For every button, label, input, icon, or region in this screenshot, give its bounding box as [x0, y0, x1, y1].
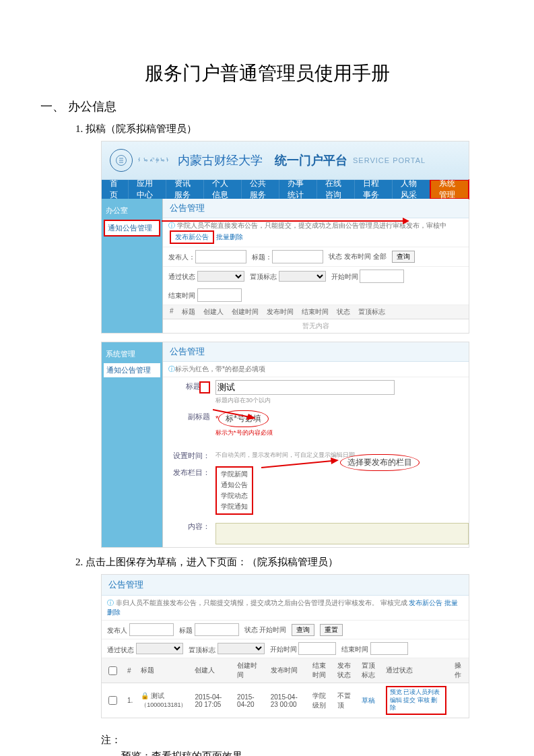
- result-table: # 标题 创建人 创建时间 发布时间 结束时间 发布状态 置顶标志 通过状态 操…: [102, 658, 469, 718]
- sidebar-announce-manage-2[interactable]: 通知公告管理: [104, 363, 160, 377]
- nav-consult[interactable]: 在线咨询: [317, 180, 355, 199]
- row-operations[interactable]: 预览 已读人员列表 编辑 提交 审核 删除: [386, 686, 446, 715]
- filter-row-1: 发布人： 标题： 状态 发布时间 全部 查询: [163, 247, 469, 267]
- publish-new-button[interactable]: 发布新公告: [170, 230, 214, 244]
- form-panel-title: 公告管理: [163, 342, 469, 362]
- title-input[interactable]: [272, 250, 323, 263]
- nav-home[interactable]: 首页: [102, 180, 129, 199]
- section-heading: 一、 办公信息: [40, 98, 494, 115]
- label-subtitle: 副标题: [163, 410, 215, 422]
- panel3-hint: ⓘ 非归人员不能直接发布公告，只能提交填报，提交成功之后由公告管理员进行审核发布…: [102, 596, 469, 621]
- label-title: 标题: [163, 380, 215, 393]
- doc-title: 服务门户普通管理员使用手册: [40, 61, 494, 86]
- status-select[interactable]: [197, 271, 244, 282]
- list-item-1: 1. 拟稿（院系拟稿管理员）: [75, 123, 494, 135]
- filter-row-2: 通过状态 置顶标志 开始时间 结束时间: [163, 267, 469, 305]
- f3-end[interactable]: [370, 642, 408, 655]
- university-name: 内蒙古财经大学: [178, 152, 263, 168]
- callout-required: 标*号必填: [218, 410, 269, 427]
- query3-button[interactable]: 查询: [292, 624, 314, 636]
- table-row: 1. 🔒 测试（1000013181） 2015-04-20 17:05 201…: [102, 683, 469, 718]
- column-options[interactable]: 学院新闻 通知公告 学院动态 学院通知: [215, 466, 253, 515]
- publish3-link[interactable]: 发布新公告: [409, 599, 442, 606]
- top-select[interactable]: [279, 271, 326, 282]
- portal-banner: ᠮᠣᠩᠭᠣᠯ 内蒙古财经大学 统一门户平台 SERVICE PORTAL: [102, 141, 469, 180]
- screenshot-3: 公告管理 ⓘ 非归人员不能直接发布公告，只能提交填报，提交成功之后由公告管理员进…: [101, 574, 469, 718]
- panel-title: 公告管理: [163, 199, 469, 218]
- row-checkbox[interactable]: [108, 696, 117, 705]
- callout-column: 选择要发布的栏目: [340, 454, 420, 471]
- sidebar-2: 系统管理 通知公告管理: [102, 342, 162, 547]
- nav-schedule[interactable]: 日程事务: [355, 180, 393, 199]
- form-panel-hint: ⓘ标示为红色，带*的都是必填项: [163, 362, 469, 377]
- publisher-input[interactable]: [195, 250, 246, 263]
- select-all-checkbox[interactable]: [108, 666, 117, 675]
- nav-public[interactable]: 公共服务: [242, 180, 279, 199]
- nav-people[interactable]: 人物风采: [393, 180, 430, 199]
- filter3-row2: 通过状态 置顶标志 开始时间 结束时间: [102, 639, 469, 658]
- label-time: 设置时间：: [163, 449, 215, 461]
- title-field[interactable]: [215, 380, 395, 395]
- editor-toolbar[interactable]: [215, 523, 469, 544]
- university-logo-icon: [110, 149, 133, 172]
- nav-apps[interactable]: 应用中心: [129, 180, 166, 199]
- filter3-row1: 发布人 标题 状态 开始时间 查询 重置: [102, 621, 469, 639]
- screenshot-2: 系统管理 通知公告管理 公告管理 ⓘ标示为红色，带*的都是必填项 标题 标题内容…: [101, 342, 469, 548]
- nav-stats[interactable]: 办事统计: [279, 180, 317, 199]
- svg-line-5: [261, 461, 332, 468]
- panel3-title: 公告管理: [102, 575, 469, 596]
- nav-system-manage[interactable]: 系统管理: [430, 179, 469, 199]
- sidebar-section-2: 系统管理: [102, 346, 162, 362]
- svg-marker-6: [331, 458, 339, 464]
- f3-title[interactable]: [195, 623, 239, 636]
- screenshot-1: ᠮᠣᠩᠭᠣᠯ 内蒙古财经大学 统一门户平台 SERVICE PORTAL 首页 …: [101, 141, 469, 334]
- empty-placeholder: 暂无内容: [163, 319, 469, 333]
- nav-news[interactable]: 资讯服务: [166, 180, 204, 199]
- main-nav: 首页 应用中心 资讯服务 个人信息 公共服务 办事统计 在线咨询 日程事务 人物…: [102, 180, 469, 199]
- sidebar-section: 办公室: [102, 203, 162, 218]
- f3-start[interactable]: [298, 642, 336, 655]
- list-item-2: 2. 点击上图保存为草稿，进入下页面：（院系拟稿管理员）: [75, 556, 494, 569]
- table-header: # 标题 创建人 创建时间 发布时间 结束时间 状态 置顶标志: [163, 305, 469, 319]
- sidebar: 办公室 通知公告管理: [102, 199, 162, 333]
- f3-top[interactable]: [218, 643, 265, 654]
- portal-title: 统一门户平台: [275, 152, 347, 168]
- form-panel: 公告管理 ⓘ标示为红色，带*的都是必填项 标题 标题内容在30个以内: [162, 342, 469, 547]
- note-lead: 注：: [101, 732, 494, 748]
- start-date-input[interactable]: [360, 270, 404, 283]
- main-panel: 公告管理 ⓘ 学院人员不能直接发布公告，只能提交，提交成功之后由公告管理员进行审…: [162, 199, 469, 333]
- sidebar-announce-manage[interactable]: 通知公告管理: [104, 220, 160, 237]
- batch-delete-link[interactable]: 批量删除: [216, 233, 243, 241]
- query-button[interactable]: 查询: [392, 251, 415, 263]
- portal-title-en: SERVICE PORTAL: [353, 156, 426, 164]
- label-column: 发布栏目：: [163, 466, 215, 478]
- end-date-input[interactable]: [197, 288, 242, 302]
- nav-personal[interactable]: 个人信息: [204, 180, 242, 199]
- f3-pub[interactable]: [129, 623, 174, 636]
- notes-block: 注： 预览：查看拟稿的页面效果。 已读人员列表：查看阅读人员信息。 编辑：对拟稿…: [101, 732, 494, 756]
- panel-hint: ⓘ 学院人员不能直接发布公告，只能提交，提交成功之后由公告管理员进行审核发布，审…: [163, 218, 469, 247]
- label-content: 内容：: [163, 520, 215, 532]
- f3-pass[interactable]: [136, 643, 183, 654]
- reset3-button[interactable]: 重置: [320, 624, 343, 636]
- note-preview: 预览：查看拟稿的页面效果。: [121, 748, 494, 756]
